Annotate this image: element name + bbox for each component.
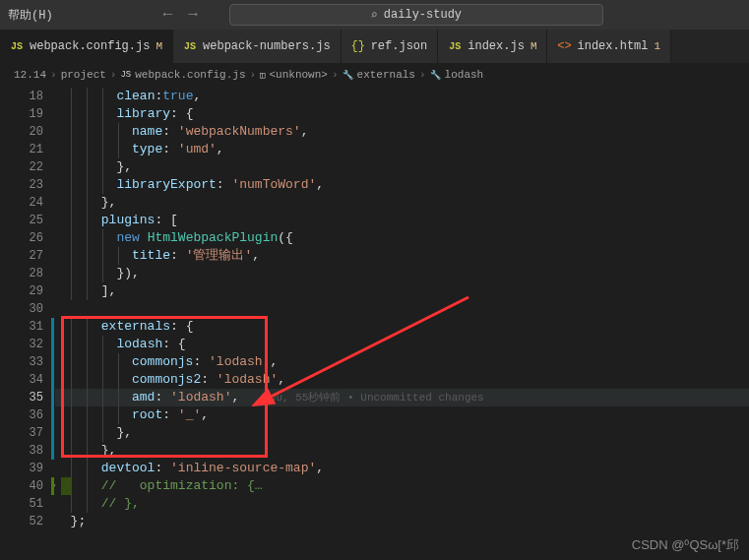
code-line[interactable]: // }, bbox=[55, 495, 749, 513]
breadcrumb-item[interactable]: <unknown> bbox=[270, 69, 328, 81]
token-string: 'webpackNumbers' bbox=[178, 124, 301, 139]
token-string: '管理输出' bbox=[186, 248, 253, 263]
indent bbox=[55, 142, 132, 156]
code-line[interactable]: }), bbox=[55, 265, 749, 282]
indent bbox=[55, 390, 132, 404]
tab-4[interactable]: <>index.html1 bbox=[547, 30, 671, 63]
file-icon: JS bbox=[448, 39, 462, 53]
tab-3[interactable]: JSindex.jsM bbox=[438, 30, 547, 63]
token-prop: name bbox=[132, 124, 162, 139]
top-bar: 帮助(H) ← → ⌕ daily-study bbox=[0, 0, 749, 30]
line-number: 26 bbox=[0, 229, 43, 247]
indent bbox=[55, 496, 101, 511]
breadcrumb-item[interactable]: webpack.config.js bbox=[135, 69, 245, 81]
token-punc: : bbox=[155, 461, 170, 475]
line-number: 34 bbox=[0, 371, 43, 389]
code-line[interactable]: title: '管理输出', bbox=[55, 247, 749, 265]
line-number: 51 bbox=[0, 495, 43, 513]
line-number: 39 bbox=[0, 460, 43, 477]
code-line[interactable]: lodash: { bbox=[55, 336, 749, 353]
code-line[interactable]: // optimization: {… bbox=[55, 477, 749, 495]
back-arrow-icon[interactable]: ← bbox=[163, 6, 173, 24]
forward-arrow-icon[interactable]: → bbox=[188, 6, 198, 24]
breadcrumb[interactable]: 12.14 › project ›JS webpack.config.js ›◫… bbox=[0, 64, 749, 86]
line-number: 35 bbox=[0, 389, 43, 406]
code-line[interactable]: }; bbox=[55, 513, 749, 530]
token-punc: : bbox=[155, 390, 170, 404]
code-line[interactable] bbox=[55, 300, 749, 318]
token-prop: libraryExport bbox=[116, 177, 216, 192]
indent bbox=[55, 407, 132, 422]
line-number: 21 bbox=[0, 141, 43, 158]
editor: 1819202122232425262728293031323334353637… bbox=[0, 86, 749, 560]
token-punc: , bbox=[252, 248, 260, 263]
code-line[interactable]: clean:true, bbox=[55, 88, 749, 105]
code-line[interactable]: }, bbox=[55, 424, 749, 442]
tab-label: webpack.config.js bbox=[30, 39, 150, 53]
code-line[interactable]: library: { bbox=[55, 105, 749, 123]
git-modified-indicator bbox=[51, 318, 54, 336]
line-number: 40› bbox=[0, 477, 43, 495]
token-comment: // optimization: {… bbox=[101, 478, 263, 493]
tab-0[interactable]: JSwebpack.config.jsM bbox=[0, 30, 173, 63]
token-punc: : { bbox=[162, 337, 185, 351]
token-string: 'lodash' bbox=[217, 372, 278, 387]
line-number: 32 bbox=[0, 336, 43, 353]
token-prop: commonjs2 bbox=[132, 372, 201, 387]
git-modified-indicator bbox=[51, 336, 54, 353]
search-text: daily-study bbox=[384, 8, 462, 22]
breadcrumb-item[interactable]: project bbox=[61, 69, 106, 81]
line-number: 37 bbox=[0, 424, 43, 442]
code-line[interactable]: type: 'umd', bbox=[55, 141, 749, 158]
chevron-right-icon: › bbox=[332, 69, 339, 81]
tab-label: ref.json bbox=[371, 39, 428, 53]
code-line[interactable]: commonjs2: 'lodash', bbox=[55, 371, 749, 389]
file-icon: JS bbox=[183, 39, 197, 53]
token-prop: devtool bbox=[101, 461, 156, 475]
code-line[interactable]: plugins: [ bbox=[55, 212, 749, 229]
code-line[interactable]: libraryExport: 'numToWord', bbox=[55, 176, 749, 194]
git-modified-indicator bbox=[51, 371, 54, 389]
code-line[interactable]: new HtmlWebpackPlugin({ bbox=[55, 229, 749, 247]
indent bbox=[55, 443, 101, 458]
chevron-right-icon: › bbox=[50, 69, 57, 81]
search-icon: ⌕ bbox=[371, 8, 378, 23]
line-number: 20 bbox=[0, 123, 43, 141]
token-string: 'numToWord' bbox=[231, 177, 316, 192]
breadcrumb-item[interactable]: 12.14 bbox=[14, 69, 46, 81]
code-line[interactable]: ], bbox=[55, 282, 749, 300]
code-line[interactable]: amd: 'lodash',You, 55秒钟前 • Uncommitted c… bbox=[55, 389, 749, 406]
token-prop: plugins bbox=[101, 213, 156, 227]
tab-2[interactable]: {}ref.json bbox=[342, 30, 439, 63]
code-area[interactable]: clean:true, library: { name: 'webpackNum… bbox=[55, 86, 749, 560]
code-line[interactable]: externals: { bbox=[55, 318, 749, 336]
breadcrumb-icon: ◫ bbox=[260, 70, 265, 81]
token-punc: ({ bbox=[278, 230, 293, 245]
tab-status: M bbox=[156, 40, 162, 52]
indent bbox=[55, 372, 132, 387]
token-punc: }, bbox=[116, 425, 132, 440]
code-line[interactable]: root: '_', bbox=[55, 406, 749, 424]
code-line[interactable]: }, bbox=[55, 158, 749, 176]
code-line[interactable]: commonjs: 'lodash', bbox=[55, 353, 749, 371]
git-modified-indicator bbox=[51, 353, 54, 371]
indent bbox=[55, 461, 101, 475]
token-punc: , bbox=[217, 142, 224, 156]
breadcrumb-item[interactable]: externals bbox=[357, 69, 415, 81]
line-number: 23 bbox=[0, 176, 43, 194]
code-line[interactable]: devtool: 'inline-source-map', bbox=[55, 460, 749, 477]
token-punc: : [ bbox=[155, 213, 177, 227]
git-blame-hint: You, 55秒钟前 • Uncommitted changes bbox=[263, 392, 483, 404]
git-added-indicator bbox=[51, 477, 54, 495]
indent bbox=[55, 248, 132, 263]
code-line[interactable]: }, bbox=[55, 194, 749, 212]
line-number: 22 bbox=[0, 158, 43, 176]
token-punc: }, bbox=[101, 443, 117, 458]
code-line[interactable]: }, bbox=[55, 442, 749, 460]
breadcrumb-item[interactable]: lodash bbox=[445, 69, 484, 81]
line-number: 33 bbox=[0, 353, 43, 371]
code-line[interactable]: name: 'webpackNumbers', bbox=[55, 123, 749, 141]
search-box[interactable]: ⌕ daily-study bbox=[229, 4, 603, 26]
help-menu[interactable]: 帮助(H) bbox=[8, 7, 53, 24]
tab-1[interactable]: JSwebpack-numbers.js bbox=[173, 30, 342, 63]
